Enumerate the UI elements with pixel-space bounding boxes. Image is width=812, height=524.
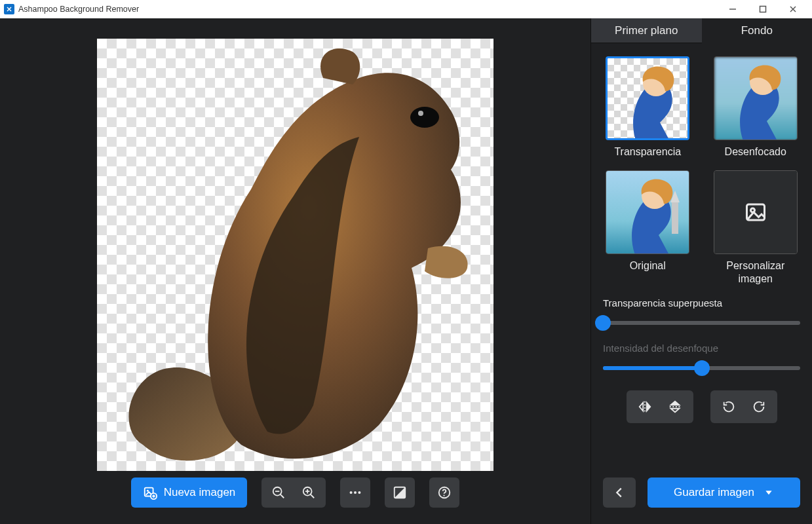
rotate-cw-icon: [752, 400, 766, 414]
canvas-pane: Nueva imagen: [0, 18, 590, 524]
save-image-label: Guardar imagen: [674, 486, 754, 499]
rotate-ccw-button[interactable]: [717, 395, 741, 419]
flip-horizontal-icon: [638, 400, 652, 414]
svg-rect-19: [672, 201, 678, 234]
bg-option-transparency[interactable]: [606, 56, 689, 140]
zoom-in-button[interactable]: [297, 481, 320, 504]
tab-foreground[interactable]: Primer plano: [591, 18, 702, 43]
blur-slider[interactable]: [603, 360, 800, 376]
zoom-out-button[interactable]: [267, 481, 290, 504]
help-icon: [437, 485, 452, 500]
zoom-in-icon: [301, 485, 316, 500]
more-icon: [348, 485, 362, 500]
side-panel: Primer plano Fondo: [590, 18, 812, 524]
bg-option-original[interactable]: [606, 170, 689, 254]
caret-down-icon: [764, 487, 774, 498]
tabs: Primer plano Fondo: [591, 18, 812, 43]
background-options: Transparencia: [603, 56, 800, 286]
image-canvas[interactable]: [97, 39, 493, 471]
svg-point-14: [444, 495, 445, 496]
save-image-button[interactable]: Guardar imagen: [648, 477, 800, 508]
window-minimize-button[interactable]: [718, 0, 748, 18]
svg-point-10: [354, 491, 357, 494]
svg-point-2: [410, 107, 439, 128]
rotate-ccw-icon: [722, 400, 736, 414]
compare-button[interactable]: [385, 477, 415, 508]
svg-point-3: [418, 111, 423, 116]
window-close-button[interactable]: [778, 0, 808, 18]
svg-point-11: [358, 491, 361, 494]
new-image-label: Nueva imagen: [164, 486, 236, 499]
tab-background[interactable]: Fondo: [702, 18, 813, 43]
zoom-out-icon: [271, 485, 286, 500]
flip-vertical-button[interactable]: [663, 395, 687, 419]
overlay-slider-label: Transparencia superpuesta: [603, 297, 800, 309]
bg-option-blurred[interactable]: [714, 56, 798, 140]
help-button[interactable]: [429, 477, 459, 508]
blur-slider-block: Intensidad del desenfoque: [603, 343, 800, 376]
bg-option-transparency-label: Transparencia: [614, 145, 681, 159]
svg-rect-1: [760, 7, 766, 12]
bg-option-custom[interactable]: [714, 170, 798, 254]
new-image-button[interactable]: Nueva imagen: [131, 477, 248, 508]
bottom-toolbar: Nueva imagen: [131, 472, 460, 524]
flip-group: [627, 390, 693, 423]
back-button[interactable]: [603, 477, 636, 508]
more-button[interactable]: [340, 477, 370, 508]
overlay-slider[interactable]: [603, 315, 800, 331]
flip-horizontal-button[interactable]: [633, 395, 657, 419]
bg-option-original-label: Original: [630, 259, 666, 272]
app-icon: [4, 4, 14, 14]
image-icon: [744, 200, 767, 224]
rotate-group: [710, 390, 777, 423]
compare-icon: [393, 485, 407, 500]
blur-slider-label: Intensidad del desenfoque: [603, 343, 800, 354]
transform-tools: [603, 390, 800, 423]
image-plus-icon: [143, 485, 157, 500]
titlebar: Ashampoo Background Remover: [0, 0, 812, 18]
zoom-group: [261, 477, 326, 508]
bg-option-custom-label: Personalizarimagen: [726, 259, 784, 286]
app-title: Ashampoo Background Remover: [18, 5, 139, 14]
svg-point-5: [147, 490, 149, 492]
window-maximize-button[interactable]: [748, 0, 778, 18]
svg-point-9: [350, 491, 353, 494]
overlay-slider-block: Transparencia superpuesta: [603, 297, 800, 331]
chevron-left-icon: [612, 485, 627, 500]
panel-footer: Guardar imagen: [591, 472, 812, 524]
rotate-cw-button[interactable]: [747, 395, 771, 419]
flip-vertical-icon: [668, 400, 682, 414]
bg-option-blurred-label: Desenfocado: [725, 145, 786, 159]
subject-foreground: [97, 39, 493, 471]
